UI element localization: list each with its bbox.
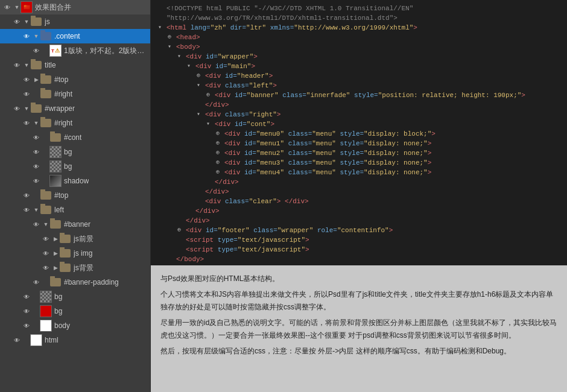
expand-icon[interactable]: ▼ [42,221,49,227]
eye-icon[interactable]: 👁 [12,60,22,70]
layer-name: #top [54,191,68,200]
eye-icon[interactable]: 👁 [31,147,41,157]
layer-item-layer-js-img[interactable]: 👁▶js img [0,246,150,261]
layer-thumb [49,131,62,144]
expand-icon[interactable]: ▼ [33,33,40,39]
expand-collapse-icon[interactable]: ⊕ [168,33,175,42]
layer-name: js前景 [74,234,93,244]
layer-item-layer-body[interactable]: 👁body [0,318,150,333]
layer-item-layer-wrapper-right[interactable]: 👁▼#right [0,116,150,130]
layer-item-layer-bg1[interactable]: 👁bg [0,145,150,159]
layer-item-layer-content-thumb[interactable]: 👁T⚠1版块，对不起。2版块，... [0,43,150,58]
expand-collapse-icon[interactable]: ⊕ [216,158,223,168]
eye-icon[interactable]: 👁 [22,205,31,215]
code-content: <script type="text/javascript"> [186,245,309,254]
expand-collapse-icon[interactable]: ▾ [187,62,194,71]
expand-collapse-icon[interactable]: ▾ [158,23,165,33]
layer-thumb [40,291,52,303]
expand-collapse-icon[interactable]: ⊕ [216,148,223,158]
layer-item-layer-banner-padding[interactable]: 👁#banner-padding [0,275,150,289]
expand-collapse-icon[interactable]: ⊕ [216,168,223,177]
eye-icon[interactable]: 👁 [22,306,31,316]
expand-icon[interactable]: ▶ [52,265,59,271]
layer-thumb [30,59,42,71]
eye-icon[interactable]: 👁 [22,321,31,330]
expand-icon[interactable]: ▼ [13,4,21,10]
layer-item-layer-js[interactable]: 👁▼js [0,14,150,29]
expand-icon[interactable]: ▼ [23,62,30,68]
layer-item-layer-left[interactable]: 👁▼left [0,203,150,217]
eye-icon[interactable]: 👁 [31,277,41,287]
layer-item-layer-bg4[interactable]: 👁bg [0,304,150,318]
expand-collapse-icon[interactable]: ⊕ [177,226,185,235]
expand-collapse-icon[interactable]: ▾ [197,110,204,119]
layer-item-layer-bg2[interactable]: 👁bg [0,159,150,174]
eye-icon[interactable]: 👁 [22,75,31,84]
eye-icon[interactable]: 👁 [2,2,12,12]
code-line: </body> [156,254,562,264]
layer-name: bg [64,148,72,156]
layer-item-layer-js-fore[interactable]: 👁▶js前景 [0,232,150,246]
expand-icon[interactable]: ▼ [33,207,40,213]
eye-icon[interactable]: 👁 [41,234,51,244]
expand-icon[interactable]: ▼ [23,19,30,25]
eye-icon[interactable]: 👁 [22,31,31,41]
eye-icon[interactable]: 👁 [12,104,22,113]
eye-icon[interactable]: 👁 [41,248,51,258]
eye-icon[interactable]: 👁 [31,176,41,186]
expand-collapse-icon[interactable]: ▾ [168,42,175,52]
layer-item-layer-shadow[interactable]: 👁shadow [0,174,150,188]
expand-collapse-icon[interactable]: ▾ [177,52,185,62]
eye-icon[interactable]: 👁 [31,46,41,55]
layer-item-layer-effects[interactable]: 👁▼🇨🇳效果图合并 [0,0,150,14]
eye-icon[interactable]: 👁 [31,162,41,171]
layer-thumb: 🇨🇳 [21,1,33,13]
eye-icon[interactable]: 👁 [12,335,22,345]
code-content: <div id="wrapper"> [186,52,258,62]
eye-icon[interactable]: 👁 [22,191,31,200]
expand-collapse-icon[interactable]: ▾ [206,119,214,129]
eye-icon[interactable]: 👁 [31,133,41,142]
expand-collapse-icon[interactable]: ⊕ [197,71,204,81]
layer-item-layer-top2[interactable]: 👁#top [0,188,150,203]
layers-panel[interactable]: 👁▼🇨🇳效果图合并👁▼js👁▼.content👁T⚠1版块，对不起。2版块，..… [0,0,151,392]
eye-icon[interactable]: 👁 [22,118,31,128]
code-line: </div> [156,187,562,197]
layer-item-layer-cont[interactable]: 👁#cont [0,130,150,145]
expand-collapse-icon[interactable]: ⊕ [206,90,214,100]
eye-icon[interactable]: 👁 [12,17,22,27]
layer-item-layer-title[interactable]: 👁▼title [0,58,150,72]
code-line: <script type="text/javascript"> [156,235,562,245]
layer-item-layer-banner[interactable]: 👁▼#banner [0,217,150,232]
expand-collapse-icon[interactable]: ▾ [197,81,204,90]
code-content: <div id="menu2" class="menu" style="disp… [224,148,431,158]
code-content: <!DOCTYPE html PUBLIC "-//W3C//DTD XHTML… [166,4,562,23]
expand-icon[interactable]: ▶ [33,77,40,83]
code-editor[interactable]: <!DOCTYPE html PUBLIC "-//W3C//DTD XHTML… [151,0,567,265]
expand-icon[interactable]: ▶ [52,250,59,256]
layer-name: shadow [64,177,89,185]
layer-thumb [59,262,71,274]
layer-item-layer-wrapper[interactable]: 👁▼#wrapper [0,101,150,116]
code-line: <div class="clear"> </div> [156,197,562,206]
layer-item-layer-top[interactable]: 👁▶#top [0,72,150,87]
expand-icon[interactable]: ▼ [33,120,40,126]
layer-item-layer-content[interactable]: 👁▼.content [0,29,150,43]
layer-item-layer-js-bg[interactable]: 👁▶js背景 [0,261,150,275]
expand-collapse-icon[interactable]: ⊕ [216,129,223,139]
layer-item-layer-right[interactable]: 👁#right [0,87,150,101]
eye-icon[interactable]: 👁 [31,220,41,229]
layer-item-layer-bg3[interactable]: 👁bg [0,289,150,304]
code-content: <div class="clear"> </div> [205,197,309,206]
eye-icon[interactable]: 👁 [41,263,51,273]
eye-icon[interactable]: 👁 [22,89,31,99]
layer-name: #right [54,119,72,127]
code-line: ⊕<div id="banner" class="innerfade" styl… [156,90,562,100]
eye-icon[interactable]: 👁 [22,292,31,302]
expand-icon[interactable]: ▶ [52,236,59,242]
layer-name: js img [74,249,92,258]
expand-icon[interactable]: ▼ [23,106,30,112]
layer-thumb [40,88,52,100]
expand-collapse-icon[interactable]: ⊕ [216,139,223,148]
layer-item-layer-html[interactable]: 👁html [0,333,150,347]
